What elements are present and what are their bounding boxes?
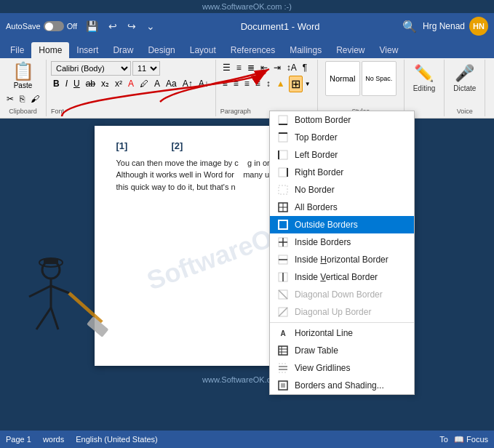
menu-item-all-borders[interactable]: All Borders bbox=[270, 199, 414, 216]
dictate-label: Dictate bbox=[453, 84, 476, 92]
tab-file[interactable]: File bbox=[3, 42, 31, 58]
diagonal-down-icon bbox=[277, 289, 289, 300]
subscript-button[interactable]: x₂ bbox=[99, 77, 111, 91]
user-area: Hrg Nenad HN bbox=[423, 17, 488, 36]
focus-button[interactable]: 📖 Focus bbox=[454, 435, 488, 444]
editing-label: Editing bbox=[413, 84, 436, 92]
border-dropdown-arrow[interactable]: ▼ bbox=[303, 79, 313, 89]
change-case-button[interactable]: Aa bbox=[164, 77, 179, 91]
menu-item-view-gridlines[interactable]: View Gridlines bbox=[270, 359, 414, 377]
tab-design[interactable]: Design bbox=[140, 42, 182, 58]
paste-button[interactable]: 📋 Paste bbox=[9, 61, 37, 91]
cut-button[interactable]: ✂ bbox=[4, 92, 16, 106]
menu-item-left-border[interactable]: Left Border bbox=[270, 146, 414, 164]
align-right-button[interactable]: ≡ bbox=[242, 77, 252, 91]
font-color-button[interactable]: A bbox=[126, 77, 136, 91]
inside-vertical-label: Inside Vertical Border bbox=[295, 272, 378, 282]
menu-item-horizontal-line[interactable]: A Horizontal Line bbox=[270, 324, 414, 342]
menu-item-bottom-border[interactable]: Bottom Border bbox=[270, 111, 414, 129]
sort-button[interactable]: ↕A bbox=[284, 61, 299, 75]
style-normal[interactable]: Normal bbox=[325, 61, 360, 96]
status-bar: Page 1 words English (United States) To … bbox=[0, 431, 494, 448]
list-row: ☰ ≡ ≣ ⇤ ⇥ ↕A ¶ bbox=[220, 61, 309, 75]
menu-item-inside-vertical[interactable]: Inside Vertical Border bbox=[270, 268, 414, 286]
bold-button[interactable]: B bbox=[51, 77, 62, 91]
inside-horizontal-icon bbox=[277, 254, 289, 265]
font-name-select[interactable]: Calibri (Body) bbox=[51, 61, 131, 76]
user-name: Hrg Nenad bbox=[423, 21, 465, 31]
style-no-spacing[interactable]: No Spac. bbox=[362, 61, 397, 96]
menu-item-inside-horizontal[interactable]: Inside Horizontal Border bbox=[270, 251, 414, 268]
line-spacing-button[interactable]: ↕ bbox=[264, 77, 273, 91]
svg-line-31 bbox=[279, 290, 287, 299]
top-border-icon bbox=[277, 132, 289, 143]
italic-button[interactable]: I bbox=[63, 77, 70, 91]
menu-item-top-border[interactable]: Top Border bbox=[270, 129, 414, 146]
undo-button[interactable]: ↩ bbox=[105, 19, 120, 33]
menu-item-no-border[interactable]: No Border bbox=[270, 181, 414, 199]
menu-item-inside-borders[interactable]: Inside Borders bbox=[270, 233, 414, 251]
tab-home[interactable]: Home bbox=[31, 42, 69, 58]
indent-increase-button[interactable]: ⇥ bbox=[271, 61, 283, 75]
tab-insert[interactable]: Insert bbox=[69, 42, 105, 58]
menu-item-right-border[interactable]: Right Border bbox=[270, 164, 414, 181]
clipboard-label: Clipboard bbox=[9, 106, 37, 115]
underline-button[interactable]: U bbox=[71, 77, 82, 91]
search-icon[interactable]: 🔍 bbox=[402, 20, 417, 33]
align-center-button[interactable]: ≡ bbox=[231, 77, 241, 91]
bullet-list-button[interactable]: ☰ bbox=[220, 61, 233, 75]
svg-rect-10 bbox=[279, 116, 287, 124]
redo-button[interactable]: ↪ bbox=[124, 19, 139, 33]
customize-button[interactable]: ⌄ bbox=[143, 19, 158, 33]
title-bar: AutoSave Off 💾 ↩ ↪ ⌄ Document1 - Word 🔍 … bbox=[0, 13, 494, 39]
format-painter-button[interactable]: 🖌 bbox=[28, 92, 41, 106]
styles-box: Normal No Spac. bbox=[322, 61, 399, 96]
dictate-button[interactable]: 🎤 Dictate bbox=[449, 61, 480, 95]
menu-item-diagonal-down: Diagonal Down Border bbox=[270, 286, 414, 303]
document-title: Document1 - Word bbox=[164, 21, 397, 32]
number-list-button[interactable]: ≡ bbox=[234, 61, 244, 75]
autosave-toggle[interactable] bbox=[44, 21, 64, 31]
diagonal-up-label: Diagonal Up Border bbox=[295, 307, 371, 317]
strikethrough-button[interactable]: ab bbox=[84, 77, 97, 91]
view-gridlines-icon bbox=[277, 362, 289, 374]
svg-rect-22 bbox=[279, 220, 287, 229]
border-button[interactable]: ⊞ bbox=[289, 76, 303, 92]
svg-rect-7 bbox=[44, 258, 58, 264]
outside-borders-label: Outside Borders bbox=[295, 220, 358, 230]
highlight-button[interactable]: 🖊 bbox=[138, 77, 151, 91]
multilevel-list-button[interactable]: ≣ bbox=[245, 61, 257, 75]
svg-line-2 bbox=[29, 286, 51, 297]
indent-decrease-button[interactable]: ⇤ bbox=[258, 61, 270, 75]
paragraph-group: ☰ ≡ ≣ ⇤ ⇥ ↕A ¶ ≡ ≡ ≡ ≡ ↕ ▲ ⊞ ▼ Paragraph bbox=[216, 60, 318, 116]
shrink-font-button[interactable]: A↓ bbox=[196, 77, 211, 91]
draw-table-icon bbox=[277, 345, 289, 356]
font-size-select[interactable]: 11 bbox=[132, 61, 160, 76]
bottom-site-label: www.SoftwareOK.com :-) bbox=[0, 373, 494, 386]
paragraph-label: Paragraph bbox=[220, 106, 251, 115]
shading-button[interactable]: ▲ bbox=[274, 77, 287, 91]
horizontal-line-label: Horizontal Line bbox=[295, 328, 353, 338]
menu-item-draw-table[interactable]: Draw Table bbox=[270, 342, 414, 359]
menu-item-borders-shading[interactable]: Borders and Shading... bbox=[270, 377, 414, 394]
status-right: To 📖 Focus bbox=[439, 435, 488, 444]
copy-button[interactable]: ⎘ bbox=[17, 92, 27, 106]
tab-mailings[interactable]: Mailings bbox=[282, 42, 329, 58]
tab-draw[interactable]: Draw bbox=[105, 42, 140, 58]
tab-view[interactable]: View bbox=[373, 42, 406, 58]
tab-references[interactable]: References bbox=[223, 42, 282, 58]
superscript-button[interactable]: x² bbox=[113, 77, 124, 91]
justify-button[interactable]: ≡ bbox=[253, 77, 263, 91]
show-formatting-button[interactable]: ¶ bbox=[300, 61, 309, 75]
align-left-button[interactable]: ≡ bbox=[220, 77, 230, 91]
save-button[interactable]: 💾 bbox=[83, 19, 101, 33]
editing-button[interactable]: ✏️ Editing bbox=[409, 61, 440, 95]
tab-layout[interactable]: Layout bbox=[183, 42, 223, 58]
tab-review[interactable]: Review bbox=[329, 42, 372, 58]
font-color2-button[interactable]: A bbox=[152, 77, 162, 91]
avatar[interactable]: HN bbox=[469, 17, 488, 36]
inside-horizontal-label: Inside Horizontal Border bbox=[295, 255, 389, 265]
right-border-icon bbox=[277, 167, 289, 178]
grow-font-button[interactable]: A↑ bbox=[180, 77, 195, 91]
menu-item-outside-borders[interactable]: Outside Borders bbox=[270, 216, 414, 233]
